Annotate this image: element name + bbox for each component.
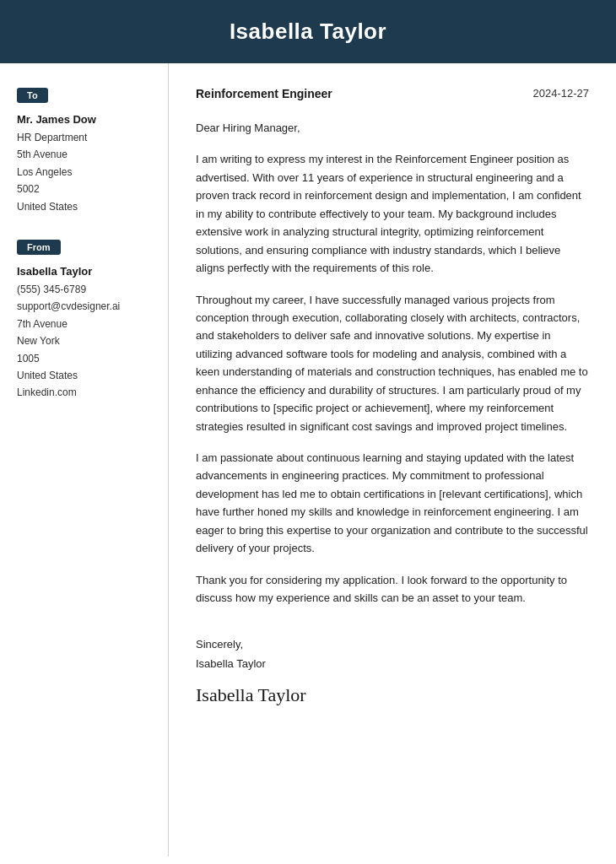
body-area: To Mr. James Dow HR Department 5th Avenu…: [0, 63, 616, 856]
letter-date: 2024-12-27: [533, 87, 590, 100]
sender-web: Linkedin.com: [17, 384, 151, 401]
recipient-line3: Los Angeles: [17, 164, 151, 181]
to-badge: To: [17, 88, 48, 103]
to-section: To Mr. James Dow HR Department 5th Avenu…: [17, 87, 151, 215]
letter-header: Reinforcement Engineer 2024-12-27: [196, 87, 589, 100]
closing-name: Isabella Taylor: [196, 654, 589, 673]
sender-email: support@cvdesigner.ai: [17, 298, 151, 315]
recipient-line2: 5th Avenue: [17, 146, 151, 163]
header: Isabella Taylor: [0, 0, 616, 63]
paragraph2: Throughout my career, I have successfull…: [196, 291, 589, 436]
main-content: Reinforcement Engineer 2024-12-27 Dear H…: [169, 63, 616, 856]
greeting: Dear Hiring Manager,: [196, 119, 589, 137]
sender-street: 7th Avenue: [17, 316, 151, 332]
sender-city: New York: [17, 332, 151, 349]
sender-country: United States: [17, 367, 151, 384]
recipient-line5: United States: [17, 198, 151, 215]
signature: Isabella Taylor: [196, 678, 589, 712]
sender-zip: 1005: [17, 350, 151, 367]
from-section: From Isabella Taylor (555) 345-6789 supp…: [17, 239, 151, 402]
sender-name: Isabella Taylor: [17, 265, 151, 278]
paragraph1: I am writing to express my interest in t…: [196, 150, 589, 277]
paragraph3: I am passionate about continuous learnin…: [196, 449, 589, 558]
recipient-line4: 5002: [17, 181, 151, 197]
sidebar: To Mr. James Dow HR Department 5th Avenu…: [0, 63, 169, 856]
recipient-line1: HR Department: [17, 129, 151, 146]
job-title: Reinforcement Engineer: [196, 87, 332, 100]
letter-body: Dear Hiring Manager, I am writing to exp…: [196, 119, 589, 608]
header-name: Isabella Taylor: [17, 19, 599, 45]
recipient-name: Mr. James Dow: [17, 113, 151, 126]
closing: Sincerely, Isabella Taylor Isabella Tayl…: [196, 634, 589, 712]
sender-phone: (555) 345-6789: [17, 281, 151, 298]
paragraph4: Thank you for considering my application…: [196, 571, 589, 608]
closing-line1: Sincerely,: [196, 634, 589, 654]
page: Isabella Taylor To Mr. James Dow HR Depa…: [0, 0, 616, 864]
from-badge: From: [17, 240, 61, 255]
